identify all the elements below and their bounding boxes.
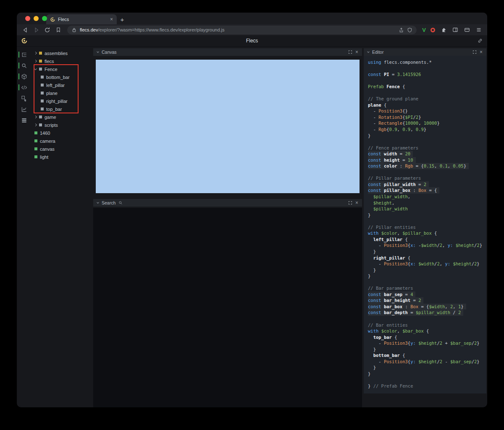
- tab-close-icon[interactable]: ×: [110, 16, 113, 22]
- code-line: }: [368, 212, 482, 218]
- sidebar-panel-icon[interactable]: [452, 26, 459, 33]
- share-icon[interactable]: [399, 27, 404, 33]
- code-line: }: [368, 371, 482, 377]
- tree-item-left_pillar[interactable]: left_pillar: [31, 81, 93, 89]
- tree-item-label: bottom_bar: [46, 75, 70, 80]
- tree-item-plane[interactable]: plane: [31, 89, 93, 97]
- flecs-logo-icon: [21, 37, 28, 44]
- code-line: - Position3{x: -$width/2, y: $height/2}: [368, 242, 482, 249]
- tree-item-light[interactable]: light: [31, 153, 93, 161]
- entity-tree-icon[interactable]: [17, 49, 31, 60]
- forward-icon[interactable]: [33, 26, 40, 33]
- browser-toolbar: flecs.dev/explorer/?wasm=https://www.fle…: [17, 24, 487, 35]
- tree-item-Fence[interactable]: Fence: [31, 65, 93, 73]
- bookmark-icon[interactable]: [55, 26, 62, 33]
- tree-item-top_bar[interactable]: top_bar: [31, 105, 93, 113]
- code-line: const width = 20: [368, 151, 413, 157]
- code-line: - Position3{}: [368, 108, 482, 114]
- editor-panel-title: Editor: [372, 50, 383, 55]
- extension-red-icon[interactable]: [430, 28, 435, 32]
- tree-item-scripts[interactable]: scripts: [31, 121, 93, 129]
- code-editor[interactable]: using flecs.components.*const PI = 3.141…: [364, 56, 486, 393]
- collapse-chevron-icon[interactable]: [97, 201, 99, 204]
- browser-tab[interactable]: Flecs ×: [46, 14, 117, 24]
- wallet-icon[interactable]: [463, 26, 470, 33]
- link-icon[interactable]: [477, 38, 483, 44]
- tree-item-bottom_bar[interactable]: bottom_bar: [31, 73, 93, 81]
- search-icon[interactable]: [17, 60, 31, 71]
- tree-item-camera[interactable]: camera: [31, 137, 93, 145]
- page-title: Flecs: [17, 38, 487, 44]
- tree-item-1460[interactable]: 1460: [31, 129, 93, 137]
- tree-item-canvas[interactable]: canvas: [31, 145, 93, 153]
- canvas-viewport[interactable]: [96, 60, 360, 193]
- extension-v-icon[interactable]: V: [422, 27, 426, 33]
- entity-icon: [34, 131, 37, 134]
- shield-icon[interactable]: [407, 27, 412, 33]
- code-line: using flecs.components.*: [368, 59, 482, 66]
- close-icon[interactable]: ×: [355, 50, 358, 55]
- expand-chevron-icon[interactable]: [34, 115, 37, 118]
- expand-chevron-icon[interactable]: [34, 123, 37, 126]
- tree-item-label: light: [40, 155, 48, 160]
- code-line: const pillar_width = 2: [368, 181, 429, 188]
- tree-item-flecs[interactable]: flecs: [31, 57, 93, 65]
- entity-icon: [41, 84, 44, 87]
- code-line: [368, 78, 482, 84]
- url-domain: flecs.dev: [80, 27, 98, 32]
- collapse-chevron-icon[interactable]: [367, 50, 370, 53]
- tree-item-right_pillar[interactable]: right_pillar: [31, 97, 93, 105]
- fullscreen-icon[interactable]: [348, 50, 352, 54]
- code-line: $pillar_width: [368, 206, 482, 212]
- entity-icon: [34, 155, 37, 158]
- code-line: const bar_sep = 4: [368, 291, 415, 298]
- cube-icon[interactable]: [17, 71, 31, 82]
- reload-icon[interactable]: [44, 26, 51, 33]
- entity-icon: [41, 100, 44, 102]
- tree-item-game[interactable]: game: [31, 113, 93, 121]
- collapse-chevron-icon[interactable]: [97, 50, 99, 53]
- expand-chevron-icon[interactable]: [34, 60, 37, 63]
- chart-icon[interactable]: [17, 104, 31, 115]
- entity-icon: [39, 123, 42, 126]
- rows-icon[interactable]: [17, 115, 31, 126]
- expand-chevron-icon[interactable]: [34, 52, 37, 55]
- code-line: const bar_height = 2: [368, 297, 423, 304]
- code-line: const bar_depth = $pillar_width / 2: [368, 309, 463, 316]
- fullscreen-icon[interactable]: [348, 201, 352, 205]
- code-line: with $color, $bar_box {: [368, 328, 482, 334]
- zoom-window-button[interactable]: [42, 16, 47, 21]
- entity-icon: [34, 139, 37, 142]
- code-line: left_pillar {: [368, 236, 482, 243]
- back-icon[interactable]: [22, 26, 29, 33]
- collapse-chevron-icon[interactable]: [34, 67, 37, 70]
- tree-item-label: Fence: [45, 67, 58, 72]
- code-line: }: [368, 267, 482, 273]
- code-line: // Bar entities: [368, 322, 482, 328]
- close-icon[interactable]: ×: [480, 50, 483, 55]
- code-line: with $color, $pillar_box {: [368, 230, 482, 236]
- menu-icon[interactable]: [475, 26, 482, 33]
- fullscreen-icon[interactable]: [472, 50, 477, 54]
- close-icon[interactable]: ×: [355, 200, 358, 205]
- url-path: /explorer/?wasm=https://www.flecs.dev/ex…: [98, 27, 224, 32]
- search-panel-header: Search ×: [93, 199, 362, 207]
- code-line: const bar_box : Box = {$width, 2, 1}: [368, 304, 466, 310]
- code-icon[interactable]: [17, 82, 31, 93]
- code-line: - Position3{y: $height/2 - $bar_sep/2}: [368, 359, 482, 365]
- url-bar[interactable]: flecs.dev/explorer/?wasm=https://www.fle…: [67, 26, 417, 34]
- editor-column: Editor × using flecs.components.*const P…: [364, 47, 486, 407]
- code-line: }: [368, 346, 482, 353]
- code-line: $height,: [368, 200, 482, 206]
- tree-item-assemblies[interactable]: assemblies: [31, 49, 93, 57]
- inspect-icon[interactable]: [17, 93, 31, 104]
- code-line: [368, 316, 482, 322]
- code-line: [368, 90, 482, 96]
- minimize-window-button[interactable]: [34, 16, 39, 21]
- puzzle-icon[interactable]: [440, 26, 447, 33]
- code-line: [368, 169, 482, 176]
- new-tab-button[interactable]: +: [117, 14, 128, 24]
- app-header: Flecs: [17, 35, 487, 47]
- close-window-button[interactable]: [25, 16, 30, 21]
- entity-tree: assembliesflecsFencebottom_barleft_pilla…: [31, 49, 93, 161]
